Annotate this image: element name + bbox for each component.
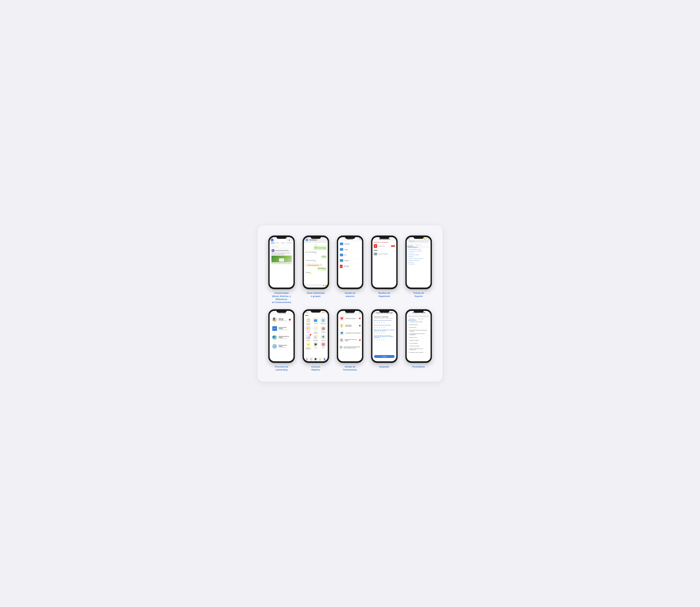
star-2-2[interactable]: ★ (376, 326, 378, 329)
onboarding-step-1[interactable]: 👤 Antes da admissão 7 Tarefas Pendentes … (271, 316, 292, 323)
app-metas[interactable]: 🎯 Metas (320, 342, 327, 349)
star-3-4[interactable]: ★ (381, 332, 383, 334)
star-1-1[interactable]: ★ (374, 321, 376, 324)
tab-grupos[interactable]: Grupos (275, 242, 280, 244)
tab-concluido[interactable]: CONCLUÍDO (416, 318, 425, 320)
app-enquetes[interactable]: 📊 13 Enquetes (305, 334, 312, 341)
form-item-9[interactable]: Certificados de trabalho (407, 344, 431, 348)
folder-marketing[interactable]: Marketing › (338, 241, 362, 247)
form-checkbox-2[interactable] (408, 324, 409, 325)
app-registros[interactable]: 📁 Registros (305, 326, 312, 334)
form-checkbox-4[interactable] (408, 330, 409, 331)
form-item-6[interactable]: Mudança de turno (407, 336, 431, 339)
tab-disponivel[interactable]: DISPONÍVEL (408, 318, 416, 320)
channel-8[interactable]: # Segurança (407, 261, 431, 263)
tickets-search[interactable]: 🔍 Procurar (408, 240, 429, 242)
star-1-3[interactable]: ★ (378, 321, 380, 324)
star-3-5[interactable]: ★ (383, 332, 385, 334)
form-checkbox-8[interactable] (408, 342, 409, 344)
star-3-1[interactable]: ★ (374, 332, 376, 334)
nav-chats[interactable]: 💬 Chats (310, 358, 312, 361)
channel-3[interactable]: # Consulta TI (407, 252, 431, 254)
tab-consultas[interactable]: Consultas (407, 244, 414, 246)
form-checkbox-11[interactable] (408, 352, 409, 353)
tab-marketplace[interactable]: Marketplace (286, 242, 293, 244)
form-item-5[interactable]: ESCLARECIMENTO DA FOLHA DE PAGAMENTO (407, 333, 431, 336)
training-item-4[interactable]: 🛠️ Capacitação Técnica em Vendas ● (338, 337, 362, 344)
channel-9[interactable]: # Capacitações (407, 263, 431, 265)
phone-notch-7 (311, 311, 321, 313)
channel-2[interactable]: # Informações sobre COVID-19 (407, 250, 431, 252)
post-link[interactable]: Para mais informações: Humanid.io/homeof… (271, 263, 292, 264)
tab-noticias[interactable]: Notícias (280, 242, 285, 244)
app-cursos[interactable]: 🎓 Cursos (312, 342, 319, 349)
star-2-3[interactable]: ★ (378, 326, 380, 329)
nav-recom[interactable]: ⭐ Recom. (319, 358, 321, 361)
training-item-5[interactable]: 🥽 Cursos de Normas de Segurança: Evitar … (338, 344, 362, 351)
channel-7[interactable]: # Relatórios e Denúncias (407, 259, 431, 261)
star-1-5[interactable]: ★ (383, 321, 385, 324)
file-menu-pdf[interactable]: PDF menu.pdf PDF · 25,4 KB (338, 263, 362, 270)
star-1-2[interactable]: ★ (376, 321, 378, 324)
star-2-1[interactable]: ★ (374, 326, 376, 329)
app-pessoas[interactable]: 👥 Pessoas (312, 317, 319, 325)
tab-mural[interactable]: Mural (271, 242, 275, 244)
form-name-1: Solicitação de carta de trabalho (410, 321, 430, 322)
form-item-8[interactable]: Caixa de sugestões (407, 342, 431, 344)
star-4-4[interactable]: ★ (381, 339, 383, 341)
finalize-button[interactable]: Finalizar (374, 355, 395, 358)
onboarding-step-3[interactable]: 👥 Primeira semana de trabalho 3 Tarefas … (271, 334, 292, 341)
form-item-1[interactable]: Solicitação de carta de trabalho (407, 320, 431, 323)
form-item-3[interactable]: Ordem Uniforme (407, 326, 431, 329)
folder-rh[interactable]: RH › (338, 252, 362, 258)
forms-search[interactable]: 🔍 Pesquisar formulários e trâmites ✕ (408, 315, 430, 317)
app-onboarding[interactable]: 🎯 Onboarding (320, 326, 327, 334)
channel-5[interactable]: # Benefícios (407, 256, 431, 257)
star-2-4[interactable]: ★ (381, 326, 383, 329)
star-4-2[interactable]: ★ (376, 339, 378, 341)
nav-perfil[interactable]: 👤 Perfil (324, 358, 326, 361)
sign-button[interactable]: Sinai (391, 245, 395, 247)
star-4-3[interactable]: ★ (378, 339, 380, 341)
tab-pessoas[interactable]: Pessoas (78) (414, 244, 422, 246)
app-marketplace[interactable]: 🛒 Marketplace (312, 334, 319, 341)
training-item-3[interactable]: 💻 Capacitação Excel empresarial (338, 329, 362, 337)
folder-legais[interactable]: Legais › (338, 247, 362, 252)
training-item-1[interactable]: ❤️ Filosofia da empresa ● (338, 315, 362, 322)
star-3-2[interactable]: ★ (376, 332, 378, 334)
app-avaliacao[interactable]: ⭐ Avaliação de desempenho (305, 342, 312, 349)
form-item-2[interactable]: Requisição pessoal (407, 323, 431, 326)
onboarding-step-4[interactable]: 🏢 Primeiro mês de trabalho 1 Tarefa Pend… (271, 343, 292, 350)
channel-4[interactable]: # Liquidação de Salários (407, 254, 431, 256)
form-checkbox-10[interactable] (408, 349, 409, 350)
training-item-2[interactable]: 🏆 Capacitações Empresariais ● (338, 322, 362, 329)
chat-input[interactable] (306, 284, 322, 287)
onboarding-step-2[interactable]: DAY 1 Primeiro dia de trabalho 5 Tarefas… (271, 325, 292, 332)
app-meus-docs[interactable]: 📄 Meus documentos (312, 326, 319, 334)
nav-inicio[interactable]: 🏠 Início (306, 358, 308, 361)
folder-contratos[interactable]: Contratos de Trabalho › (374, 252, 395, 256)
form-checkbox-6[interactable] (408, 337, 409, 338)
nav-apps[interactable]: ⬛ Apps (314, 358, 316, 361)
form-item-7[interactable]: Relatório de incidente (407, 339, 431, 342)
form-checkbox-9[interactable] (408, 345, 409, 347)
star-1-4[interactable]: ★ (381, 321, 383, 324)
form-checkbox-5[interactable] (408, 334, 409, 335)
form-item-11[interactable]: Candidatura a uma nova posição (407, 351, 431, 354)
app-organograma[interactable]: 🏢 Organograma (320, 317, 327, 325)
star-3-3[interactable]: ★ (378, 332, 380, 334)
form-item-10[interactable]: Registro de equipamentos (uso e encerram… (407, 348, 431, 351)
star-4-5[interactable]: ★ (383, 339, 385, 341)
app-formularios[interactable]: 📋 Formulários e Trâmites (305, 317, 312, 325)
channel-6[interactable]: # Trâmites de Recursos Humanos (407, 257, 431, 259)
channel-1[interactable]: # Esclarecimentos de recibos (407, 248, 431, 250)
form-checkbox-1[interactable] (408, 321, 409, 322)
form-checkbox-3[interactable] (408, 327, 409, 328)
form-checkbox-7[interactable] (408, 340, 409, 341)
star-2-5[interactable]: ★ (383, 326, 385, 329)
star-4-1[interactable]: ★ (374, 339, 376, 341)
form-item-4[interactable]: R-GGO-V01-22 Solicitação de Pagamento An… (407, 329, 431, 333)
folder-eventos[interactable]: Eventos › (338, 258, 362, 263)
post-input[interactable]: Escreva algo... (271, 245, 292, 248)
app-tempo-livre[interactable]: 🌴 Tempo livre (320, 334, 327, 341)
